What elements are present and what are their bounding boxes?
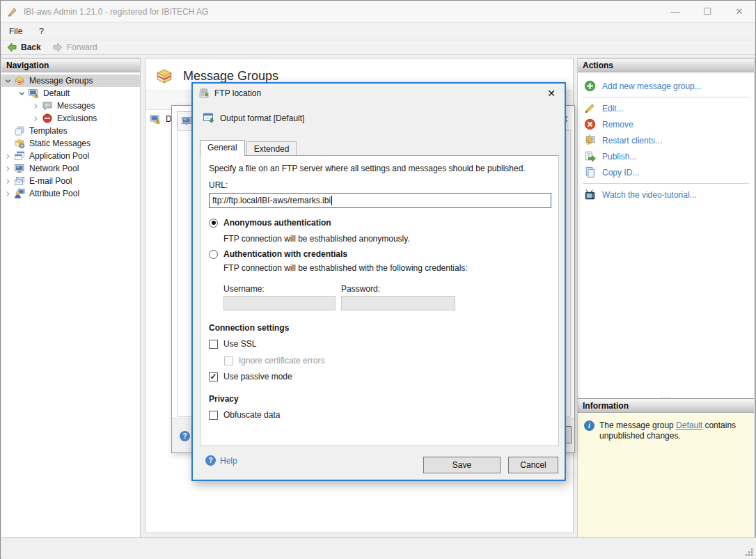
action-edit[interactable]: Edit...: [578, 100, 754, 116]
static-messages-icon: [14, 138, 26, 149]
forward-icon: [52, 42, 63, 53]
tab-general[interactable]: General: [200, 140, 245, 156]
forward-button[interactable]: Forward: [47, 40, 103, 54]
credentials-auth-radio-row[interactable]: Authentication with credentials: [209, 249, 347, 259]
chevron-right-icon[interactable]: [1, 178, 14, 184]
message-groups-icon: [155, 67, 174, 85]
chevron-right-icon[interactable]: [1, 191, 14, 197]
information-text: The message group Default contains unpub…: [599, 420, 748, 537]
cancel-button[interactable]: Cancel: [508, 457, 558, 473]
action-add-new-message-group[interactable]: Add new message group...: [578, 78, 754, 94]
dialog-subtitle-row: Output format [Default]: [203, 112, 304, 124]
tab-extended[interactable]: Extended: [246, 141, 297, 156]
chevron-down-icon[interactable]: [1, 78, 14, 84]
anonymous-auth-radio-row[interactable]: Anonymous authentication: [209, 218, 331, 228]
radio-selected-icon[interactable]: [209, 219, 218, 228]
back-icon: [6, 42, 17, 53]
info-icon: i: [584, 420, 594, 431]
monitor-icon: [180, 116, 193, 127]
sidebar-item-exclusions[interactable]: Exclusions: [1, 112, 140, 125]
chevron-right-icon[interactable]: [1, 166, 14, 172]
url-input[interactable]: ftp://ftp.local/IBI-aws/remarks.ibi: [209, 193, 551, 208]
chevron-right-icon[interactable]: [1, 153, 14, 159]
actions-separator: [583, 97, 749, 97]
checkbox-disabled-icon: [224, 356, 233, 365]
sidebar-item-email-pool[interactable]: E-mail Pool: [1, 175, 140, 187]
checkbox-unchecked-icon[interactable]: [209, 340, 218, 349]
back-button[interactable]: Back: [1, 40, 47, 54]
sidebar-item-default[interactable]: Default: [1, 87, 140, 100]
action-copy-id[interactable]: Copy ID...: [578, 164, 754, 180]
sidebar-item-label: Network Pool: [26, 164, 79, 173]
radio-unselected-icon[interactable]: [209, 250, 218, 259]
right-panel: Actions Add new message group... Edit...…: [577, 58, 755, 537]
checkbox-unchecked-icon[interactable]: [209, 411, 218, 420]
action-publish[interactable]: Publish...: [578, 148, 754, 164]
username-field: [223, 296, 336, 310]
panel-splitter[interactable]: ...: [578, 391, 754, 398]
ftp-location-dialog: FTP location ✕ Output format [Default] G…: [191, 82, 566, 481]
publish-icon: [584, 150, 596, 162]
default-group-link[interactable]: Default: [676, 420, 702, 430]
video-tutorial-icon: [584, 189, 596, 200]
help-link[interactable]: ? Help: [205, 455, 237, 466]
sidebar-item-application-pool[interactable]: Application Pool: [1, 150, 140, 162]
menu-help[interactable]: ?: [31, 23, 52, 40]
sidebar-item-static-messages[interactable]: Static Messages: [1, 137, 140, 150]
passive-mode-checkbox-row[interactable]: Use passive mode: [209, 372, 292, 381]
action-watch-video-tutorial[interactable]: Watch the video-tutorial...: [578, 187, 754, 203]
app-window: IBI-aws Admin 1.21.0 - registered for IB…: [0, 0, 756, 559]
minimize-button[interactable]: —: [659, 1, 691, 22]
action-restart-clients[interactable]: Restart clients...: [578, 132, 754, 148]
exclusions-icon: [42, 113, 54, 124]
sidebar-item-network-pool[interactable]: Network Pool: [1, 162, 140, 175]
url-label: URL:: [209, 180, 228, 190]
help-icon[interactable]: ?: [180, 431, 190, 441]
close-icon[interactable]: ✕: [542, 85, 560, 102]
restart-clients-icon: [584, 134, 596, 146]
app-icon: [7, 6, 18, 17]
maximize-button[interactable]: ☐: [691, 1, 723, 22]
sidebar-item-message-groups[interactable]: Message Groups: [1, 74, 140, 87]
checkbox-checked-icon[interactable]: [209, 372, 218, 381]
obfuscate-checkbox-row[interactable]: Obfuscate data: [209, 410, 280, 420]
actions-header: Actions: [578, 58, 754, 72]
information-panel: i The message group Default contains unp…: [578, 414, 754, 537]
window-title: IBI-aws Admin 1.21.0 - registered for IB…: [24, 7, 208, 17]
action-remove[interactable]: Remove: [578, 116, 754, 132]
dialog-titlebar: FTP location ✕: [193, 84, 565, 103]
chevron-down-icon[interactable]: [15, 90, 28, 97]
sidebar-item-attribute-pool[interactable]: Attribute Pool: [1, 187, 140, 200]
save-button[interactable]: Save: [423, 457, 501, 473]
status-bar: [1, 537, 756, 559]
privacy-heading: Privacy: [209, 394, 239, 404]
menu-bar: File ?: [1, 22, 755, 40]
sidebar-item-label: Exclusions: [54, 113, 97, 123]
nav-toolbar: Back Forward: [1, 40, 755, 55]
menu-file[interactable]: File: [1, 23, 31, 40]
email-pool-icon: [14, 175, 26, 187]
ignore-cert-checkbox-row: Ignore certificate errors: [224, 356, 324, 365]
sidebar-item-label: Message Groups: [26, 76, 93, 86]
information-header: Information: [578, 398, 754, 413]
username-label: Username:: [223, 284, 265, 294]
dialog-subtitle: Output format [Default]: [220, 113, 304, 123]
sidebar-item-label: Attribute Pool: [26, 189, 79, 198]
titlebar: IBI-aws Admin 1.21.0 - registered for IB…: [1, 1, 755, 22]
chevron-right-icon[interactable]: [29, 116, 42, 122]
navigation-header: Navigation: [1, 58, 140, 72]
templates-icon: [14, 125, 26, 136]
help-icon: ?: [205, 455, 216, 466]
sidebar-item-templates[interactable]: Templates: [1, 125, 140, 137]
row-label: D: [161, 114, 172, 124]
resize-grip-icon[interactable]: [745, 548, 754, 557]
sidebar-item-messages[interactable]: Messages: [1, 100, 140, 112]
close-button[interactable]: ✕: [723, 1, 755, 22]
use-ssl-checkbox-row[interactable]: Use SSL: [209, 339, 256, 349]
text-cursor: [331, 196, 332, 205]
application-pool-icon: [14, 150, 26, 162]
password-field: [341, 296, 455, 310]
chevron-right-icon[interactable]: [29, 103, 42, 109]
add-icon: [584, 80, 596, 92]
dialog-description: Specify a file on an FTP server where al…: [209, 164, 526, 173]
